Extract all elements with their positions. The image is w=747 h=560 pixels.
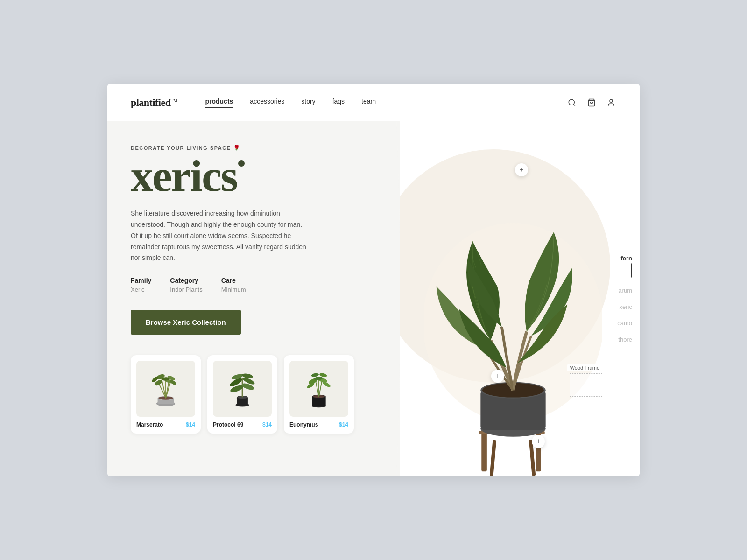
search-icon[interactable] (567, 98, 577, 108)
left-panel: DECORATE YOUR LIVING SPACE 🌹 xerics She … (107, 121, 400, 476)
plant-illustration-3 (298, 363, 340, 414)
header: plantifiedTM products accessories story … (107, 84, 640, 121)
brand-name: plantified (131, 97, 170, 108)
product-card-footer-1: Marserato $14 (136, 421, 195, 428)
product-image-marserato (136, 361, 195, 417)
nav-item-team[interactable]: team (361, 98, 376, 108)
main-nav: products accessories story faqs team (205, 98, 567, 108)
plant-illustration-2 (221, 363, 263, 414)
logo: plantifiedTM (131, 97, 177, 109)
title-dot (238, 160, 245, 167)
sidebar-nav-item-camo[interactable]: camo (617, 320, 632, 327)
plant-illustration-1 (145, 363, 187, 414)
sidebar-nav-item-xeric[interactable]: xeric (617, 303, 632, 310)
hotspot-button-3[interactable]: + (532, 435, 545, 448)
hotspot-button-2[interactable]: + (491, 370, 504, 383)
browse-button[interactable]: Browse Xeric Collection (131, 310, 241, 335)
user-icon[interactable] (606, 98, 616, 108)
nav-item-products[interactable]: products (205, 98, 233, 108)
plant-category: Category Indor Plants (170, 277, 202, 293)
product-card-footer-2: Protocol 69 $14 (213, 421, 272, 428)
svg-point-3 (610, 99, 613, 102)
plant-family: Family Xeric (131, 277, 151, 293)
brand-trademark: TM (170, 98, 177, 103)
header-icons (567, 98, 616, 108)
hero-title: xerics (131, 154, 377, 197)
svg-line-35 (316, 382, 319, 396)
product-price-1: $14 (186, 421, 195, 428)
svg-rect-48 (489, 440, 496, 476)
svg-line-36 (319, 381, 322, 397)
decorate-label: DECORATE YOUR LIVING SPACE 🌹 (131, 145, 377, 151)
tooltip-label: Wood Frame (567, 364, 602, 371)
wood-frame-preview (570, 373, 602, 397)
nav-item-faqs[interactable]: faqs (332, 98, 345, 108)
svg-point-0 (569, 99, 574, 105)
plant-care: Care Minimum (221, 277, 246, 293)
plant-info: Family Xeric Category Indor Plants Care … (131, 277, 377, 293)
product-price-2: $14 (262, 421, 272, 428)
product-card-footer-3: Euonymus $14 (289, 421, 348, 428)
sidebar-nav-item-arum[interactable]: arum (617, 287, 632, 294)
product-image-protocol (213, 361, 272, 417)
main-window: plantifiedTM products accessories story … (107, 84, 640, 476)
product-price-3: $14 (339, 421, 348, 428)
product-name-1: Marserato (136, 421, 163, 428)
cart-icon[interactable] (586, 98, 597, 108)
sidebar-nav-item-thore[interactable]: thore (617, 336, 632, 343)
right-sidebar-nav: fern arum xeric camo thore (617, 255, 640, 343)
nav-item-story[interactable]: story (301, 98, 315, 108)
product-card-1[interactable]: Marserato $14 (131, 355, 201, 434)
svg-point-43 (311, 373, 319, 378)
wood-frame-tooltip: Wood Frame (567, 364, 602, 397)
product-card-3[interactable]: Euonymus $14 (284, 355, 354, 434)
hero-description: She literature discovered increasing how… (131, 208, 308, 264)
product-image-euonymus (289, 361, 348, 417)
main-content: DECORATE YOUR LIVING SPACE 🌹 xerics She … (107, 121, 640, 476)
active-nav-indicator (631, 264, 632, 278)
right-panel: + + + Wood Frame fern arum xeric camo th… (400, 121, 640, 476)
product-card-2[interactable]: Protocol 69 $14 (207, 355, 277, 434)
product-name-2: Protocol 69 (213, 421, 243, 428)
flower-emoji: 🌹 (233, 145, 241, 151)
product-name-3: Euonymus (289, 421, 318, 428)
svg-line-1 (573, 104, 575, 105)
svg-line-8 (159, 385, 166, 398)
product-cards-row: Marserato $14 (131, 355, 377, 434)
large-plant-area (414, 131, 612, 476)
nav-item-accessories[interactable]: accessories (250, 98, 284, 108)
large-plant-svg (424, 196, 602, 476)
sidebar-nav-item-fern[interactable]: fern (617, 255, 632, 278)
